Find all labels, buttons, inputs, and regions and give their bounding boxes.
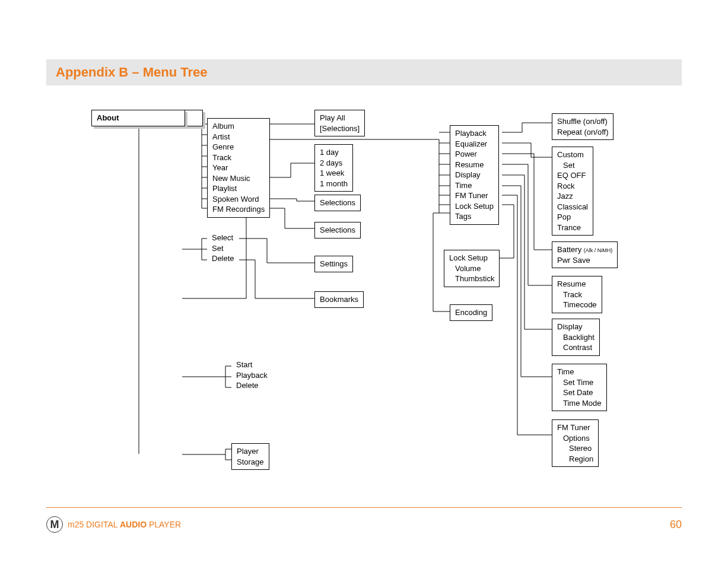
- node-playback-opts: Shuffle (on/off)Repeat (on/off): [552, 113, 613, 140]
- node-fmtuner-opts: FM TunerOptions StereoRegion: [552, 419, 599, 467]
- node-time-opts: TimeSet Time Set DateTime Mode: [552, 364, 607, 411]
- node-about: About: [91, 110, 185, 126]
- node-delete-bookmarks: Bookmarks: [314, 291, 364, 308]
- node-fm-record-opts: StartPlaybackDelete: [231, 360, 272, 391]
- node-display-opts: DisplayBacklightContrast: [552, 319, 600, 356]
- node-power-opts: Battery (Alk / NiMH) Pwr Save: [552, 241, 618, 268]
- node-encoding: Encoding: [450, 304, 492, 321]
- node-lock-setup: Lock Setup Volume Thumbstick: [444, 250, 500, 287]
- node-select-settings: Settings: [314, 256, 353, 272]
- node-selections-2: Selections: [314, 222, 361, 239]
- node-selections-1: Selections: [314, 195, 361, 211]
- page-footer: M m25 DIGITAL AUDIO PLAYER 60: [46, 516, 682, 533]
- page-title-bar: Appendix B – Menu Tree: [46, 59, 682, 85]
- motorola-logo-icon: M: [46, 516, 63, 533]
- page-number: 60: [670, 519, 682, 531]
- node-eq-opts: CustomSet EQ OFFRockJazz ClassicalPopTra…: [552, 147, 593, 236]
- menu-tree-diagram: Play Music Bookmarks Settings FM Tuner /…: [83, 110, 676, 478]
- node-play-music-subs: AlbumArtistGenre TrackYearNew Music Play…: [207, 118, 270, 218]
- node-new-music-opts: 1 day2 days 1 week1 month: [314, 144, 353, 192]
- page-title: Appendix B – Menu Tree: [56, 65, 208, 80]
- node-settings-list: PlaybackEqualizerPower ResumeDisplayTime…: [450, 125, 499, 225]
- node-resume-opts: ResumeTrackTimecode: [552, 276, 602, 313]
- footer-product-name: m25 DIGITAL AUDIO PLAYER: [68, 520, 181, 529]
- node-about-opts: PlayerStorage: [231, 443, 269, 470]
- node-play-all: Play All[Selections]: [314, 110, 365, 136]
- node-bookmark-opts: SelectSetDelete: [207, 233, 239, 264]
- footer-rule: [46, 507, 682, 508]
